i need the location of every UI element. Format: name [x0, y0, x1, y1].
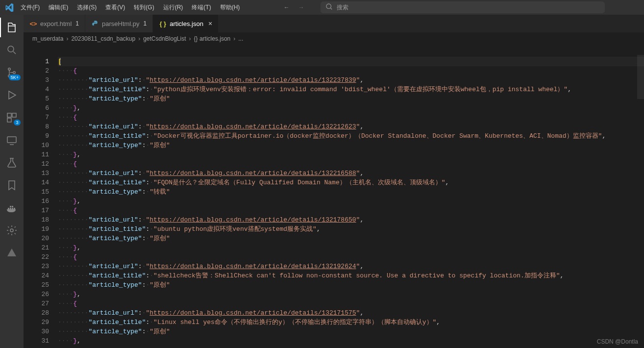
code-line[interactable]: ····{ [58, 113, 644, 122]
menu-item[interactable]: 运行(R) [159, 1, 187, 14]
menu-item[interactable]: 查看(V) [101, 1, 129, 14]
scrollbar-thumb[interactable] [637, 55, 644, 99]
chevron-right-icon: › [66, 35, 68, 42]
code-line[interactable]: ········"article_title":·"Linux shell ye… [58, 318, 644, 327]
line-number: 20 [24, 234, 49, 243]
close-icon[interactable]: × [208, 20, 212, 27]
activity-explorer-icon[interactable] [0, 18, 24, 37]
svg-point-0 [8, 46, 14, 52]
code-line[interactable]: ········"article_type":·"原创" [58, 327, 644, 336]
code-line[interactable]: ····}, [58, 243, 644, 252]
code-line[interactable]: ········"article_title":·"ubuntu python虚… [58, 224, 644, 234]
line-number: 18 [24, 215, 49, 224]
code-line[interactable]: ········"article_url":·"https://dontla.b… [58, 75, 644, 85]
chevron-right-icon: › [189, 35, 191, 42]
menu-item[interactable]: 终端(T) [188, 1, 215, 14]
code-line[interactable]: ····}, [58, 103, 644, 113]
code-line[interactable]: ········"article_type":·"转载" [58, 187, 644, 197]
svg-rect-7 [7, 137, 16, 143]
code-line[interactable]: ····}, [58, 336, 644, 346]
line-number: 3 [24, 75, 49, 85]
breadcrumb-item[interactable]: ... [238, 35, 243, 42]
line-number: 1 [24, 57, 49, 66]
breadcrumb-item[interactable]: getCsdnBlogList [143, 35, 186, 42]
activity-extensions-icon[interactable]: 3 [0, 108, 24, 127]
code-line[interactable]: ····{ [58, 66, 644, 75]
line-number: 25 [24, 280, 49, 290]
code-line[interactable]: ········"article_type":·"原创" [58, 234, 644, 243]
nav-forward-icon[interactable]: → [296, 2, 307, 13]
code-line[interactable]: ····{ [58, 252, 644, 262]
code-line[interactable]: ········"article_url":·"https://dontla.b… [58, 262, 644, 271]
chevron-right-icon: › [233, 35, 235, 42]
line-number: 14 [24, 178, 49, 187]
breadcrumb-item[interactable]: m_userdata [32, 35, 63, 42]
line-number: 11 [24, 150, 49, 159]
code-line[interactable]: ········"article_title":·"FQDN是什么？全限定域名（… [58, 178, 644, 187]
code-line[interactable]: ········"article_title":·"Docker可视化容器监控工… [58, 131, 644, 141]
code-line[interactable]: ········"article_url":·"https://dontla.b… [58, 122, 644, 131]
activity-debug-icon[interactable] [0, 85, 24, 105]
menu-item[interactable]: 转到(G) [130, 1, 158, 14]
breadcrumb[interactable]: m_userdata›20230811_csdn_backup›getCsdnB… [24, 32, 644, 45]
code-line[interactable]: ········"article_type":·"原创" [58, 280, 644, 290]
activity-settings-sync-icon[interactable] [0, 221, 24, 240]
code-line[interactable]: ········"article_type":·"原创" [58, 141, 644, 150]
menubar: 文件(F)编辑(E)选择(S)查看(V)转到(G)运行(R)终端(T)帮助(H) [17, 1, 244, 14]
menu-item[interactable]: 编辑(E) [45, 1, 72, 14]
line-number: 17 [24, 206, 49, 215]
code-line[interactable]: ····{ [58, 299, 644, 308]
svg-rect-4 [7, 113, 11, 117]
minimap[interactable] [637, 45, 644, 348]
breadcrumb-item[interactable]: 20230811_csdn_backup [71, 35, 135, 42]
editor-tabs: <>export.html1parseHtml.py1{ }articles.j… [24, 15, 644, 32]
code-line[interactable]: ········"article_url":·"https://dontla.b… [58, 215, 644, 224]
code-line[interactable]: ········"article_url":·"https://dontla.b… [58, 308, 644, 318]
activity-misc-icon[interactable] [0, 243, 24, 263]
line-number: 19 [24, 224, 49, 234]
code-line[interactable]: [ [58, 57, 644, 66]
breadcrumb-item[interactable]: {} articles.json [194, 35, 231, 42]
editor-tab[interactable]: { }articles.json× [153, 15, 219, 32]
svg-rect-5 [12, 113, 16, 117]
line-number: 26 [24, 290, 49, 299]
editor[interactable]: 1234567891011121314151617181920212223242… [24, 45, 644, 348]
activity-search-icon[interactable] [0, 40, 24, 60]
editor-tab[interactable]: <>export.html1 [24, 15, 85, 32]
code-line[interactable]: ········"article_type":·"原创" [58, 94, 644, 103]
svg-point-3 [13, 72, 15, 74]
code-line[interactable]: ····{ [58, 159, 644, 169]
search-placeholder: 搜索 [337, 3, 348, 12]
code-line[interactable]: ····}, [58, 290, 644, 299]
code-line[interactable]: ········"article_url":·"https://dontla.b… [58, 169, 644, 178]
titlebar: 文件(F)编辑(E)选择(S)查看(V)转到(G)运行(R)终端(T)帮助(H)… [0, 0, 644, 15]
menu-item[interactable]: 帮助(H) [216, 1, 244, 14]
code-line[interactable]: ········"article_title":·"python虚拟环境venv… [58, 85, 644, 94]
activity-testing-icon[interactable] [0, 153, 24, 173]
editor-tab[interactable]: parseHtml.py1 [85, 15, 153, 32]
code-line[interactable]: ····}, [58, 150, 644, 159]
line-number: 24 [24, 271, 49, 280]
activity-docker-icon[interactable] [0, 198, 24, 218]
ext-badge: 3 [14, 120, 21, 125]
nav-back-icon[interactable]: ← [281, 2, 292, 13]
line-number: 13 [24, 169, 49, 178]
code-line[interactable]: ········"article_title":·"shellcheck告警：S… [58, 271, 644, 280]
line-number: 6 [24, 103, 49, 113]
tab-label: parseHtml.py [102, 20, 140, 27]
code-content[interactable]: [····{········"article_url":·"https://do… [58, 45, 644, 348]
activity-bookmark-icon[interactable] [0, 175, 24, 195]
watermark-text: CSDN @Dontla [597, 338, 638, 345]
menu-item[interactable]: 选择(S) [73, 1, 100, 14]
menu-item[interactable]: 文件(F) [17, 1, 44, 14]
svg-point-1 [8, 68, 10, 70]
code-line[interactable]: ····}, [58, 197, 644, 206]
code-line[interactable]: ····{ [58, 206, 644, 215]
command-center-search[interactable]: 搜索 [321, 1, 605, 13]
activity-remote-icon[interactable] [0, 130, 24, 150]
activity-scm-icon[interactable]: 5K+ [0, 63, 24, 82]
line-number: 15 [24, 187, 49, 197]
search-icon [326, 3, 333, 12]
svg-rect-6 [7, 118, 11, 122]
line-number: 23 [24, 262, 49, 271]
